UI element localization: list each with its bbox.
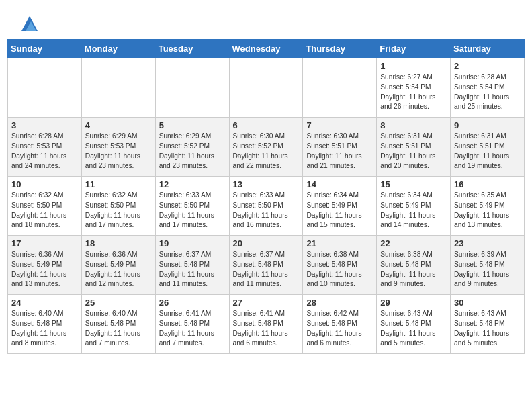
calendar-cell: 7Sunrise: 6:30 AMSunset: 5:51 PMDaylight… [303, 118, 377, 177]
day-info: Sunrise: 6:31 AMSunset: 5:51 PMDaylight:… [380, 132, 447, 171]
calendar-cell: 3Sunrise: 6:28 AMSunset: 5:53 PMDaylight… [8, 118, 82, 177]
day-number: 4 [85, 120, 152, 130]
header [0, 0, 532, 39]
day-info: Sunrise: 6:38 AMSunset: 5:48 PMDaylight:… [306, 250, 373, 289]
day-number: 26 [159, 298, 226, 308]
calendar-cell: 22Sunrise: 6:38 AMSunset: 5:48 PMDayligh… [377, 236, 451, 295]
day-number: 13 [233, 179, 300, 189]
day-info: Sunrise: 6:40 AMSunset: 5:48 PMDaylight:… [85, 309, 152, 349]
calendar-cell: 26Sunrise: 6:41 AMSunset: 5:48 PMDayligh… [155, 295, 229, 354]
day-number: 14 [306, 179, 373, 189]
calendar-cell: 8Sunrise: 6:31 AMSunset: 5:51 PMDaylight… [377, 118, 451, 177]
day-info: Sunrise: 6:38 AMSunset: 5:48 PMDaylight:… [380, 250, 447, 289]
calendar-cell [303, 58, 377, 118]
weekday-header-saturday: Saturday [451, 40, 525, 58]
day-number: 9 [454, 120, 521, 130]
day-info: Sunrise: 6:37 AMSunset: 5:48 PMDaylight:… [233, 250, 300, 289]
calendar-cell: 27Sunrise: 6:41 AMSunset: 5:48 PMDayligh… [229, 295, 303, 354]
weekday-header-monday: Monday [81, 40, 155, 58]
day-info: Sunrise: 6:32 AMSunset: 5:50 PMDaylight:… [11, 191, 78, 230]
day-info: Sunrise: 6:43 AMSunset: 5:48 PMDaylight:… [380, 309, 447, 349]
day-info: Sunrise: 6:33 AMSunset: 5:50 PMDaylight:… [159, 191, 226, 230]
calendar-cell: 14Sunrise: 6:34 AMSunset: 5:49 PMDayligh… [303, 177, 377, 236]
day-info: Sunrise: 6:39 AMSunset: 5:48 PMDaylight:… [454, 250, 521, 289]
day-info: Sunrise: 6:28 AMSunset: 5:54 PMDaylight:… [454, 73, 521, 112]
calendar-cell: 10Sunrise: 6:32 AMSunset: 5:50 PMDayligh… [8, 177, 82, 236]
calendar-cell: 30Sunrise: 6:43 AMSunset: 5:48 PMDayligh… [451, 295, 525, 354]
day-number: 29 [380, 298, 447, 308]
day-info: Sunrise: 6:40 AMSunset: 5:48 PMDaylight:… [11, 309, 78, 349]
day-number: 18 [85, 238, 152, 248]
day-number: 24 [11, 298, 78, 308]
day-info: Sunrise: 6:32 AMSunset: 5:50 PMDaylight:… [85, 191, 152, 230]
day-info: Sunrise: 6:30 AMSunset: 5:51 PMDaylight:… [306, 132, 373, 171]
day-number: 11 [85, 179, 152, 189]
day-number: 12 [159, 179, 226, 189]
week-row-2: 3Sunrise: 6:28 AMSunset: 5:53 PMDaylight… [8, 118, 525, 177]
day-info: Sunrise: 6:34 AMSunset: 5:49 PMDaylight:… [380, 191, 447, 230]
calendar-cell: 23Sunrise: 6:39 AMSunset: 5:48 PMDayligh… [451, 236, 525, 295]
calendar-cell [81, 58, 155, 118]
day-number: 1 [380, 61, 447, 71]
day-number: 28 [306, 298, 373, 308]
week-row-4: 17Sunrise: 6:36 AMSunset: 5:49 PMDayligh… [8, 236, 525, 295]
day-info: Sunrise: 6:28 AMSunset: 5:53 PMDaylight:… [11, 132, 78, 171]
day-info: Sunrise: 6:43 AMSunset: 5:48 PMDaylight:… [454, 309, 521, 349]
calendar-cell: 9Sunrise: 6:31 AMSunset: 5:51 PMDaylight… [451, 118, 525, 177]
weekday-header-tuesday: Tuesday [155, 40, 229, 58]
calendar-cell: 16Sunrise: 6:35 AMSunset: 5:49 PMDayligh… [451, 177, 525, 236]
calendar-cell: 24Sunrise: 6:40 AMSunset: 5:48 PMDayligh… [8, 295, 82, 354]
day-number: 30 [454, 298, 521, 308]
day-info: Sunrise: 6:29 AMSunset: 5:52 PMDaylight:… [159, 132, 226, 171]
day-info: Sunrise: 6:34 AMSunset: 5:49 PMDaylight:… [306, 191, 373, 230]
day-info: Sunrise: 6:41 AMSunset: 5:48 PMDaylight:… [159, 309, 226, 349]
logo-icon [19, 12, 40, 34]
day-info: Sunrise: 6:37 AMSunset: 5:48 PMDaylight:… [159, 250, 226, 289]
calendar-cell: 15Sunrise: 6:34 AMSunset: 5:49 PMDayligh… [377, 177, 451, 236]
calendar-cell [229, 58, 303, 118]
calendar-cell: 20Sunrise: 6:37 AMSunset: 5:48 PMDayligh… [229, 236, 303, 295]
calendar-cell: 13Sunrise: 6:33 AMSunset: 5:50 PMDayligh… [229, 177, 303, 236]
day-info: Sunrise: 6:42 AMSunset: 5:48 PMDaylight:… [306, 309, 373, 349]
calendar-cell: 28Sunrise: 6:42 AMSunset: 5:48 PMDayligh… [303, 295, 377, 354]
day-number: 27 [233, 298, 300, 308]
calendar-cell: 11Sunrise: 6:32 AMSunset: 5:50 PMDayligh… [81, 177, 155, 236]
day-number: 21 [306, 238, 373, 248]
weekday-header-friday: Friday [377, 40, 451, 58]
calendar-cell: 5Sunrise: 6:29 AMSunset: 5:52 PMDaylight… [155, 118, 229, 177]
days-header-row: SundayMondayTuesdayWednesdayThursdayFrid… [8, 40, 525, 58]
day-number: 25 [85, 298, 152, 308]
weekday-header-sunday: Sunday [8, 40, 82, 58]
day-info: Sunrise: 6:36 AMSunset: 5:49 PMDaylight:… [85, 250, 152, 289]
day-number: 6 [233, 120, 300, 130]
calendar-cell: 1Sunrise: 6:27 AMSunset: 5:54 PMDaylight… [377, 58, 451, 118]
calendar-cell: 29Sunrise: 6:43 AMSunset: 5:48 PMDayligh… [377, 295, 451, 354]
day-number: 7 [306, 120, 373, 130]
week-row-1: 1Sunrise: 6:27 AMSunset: 5:54 PMDaylight… [8, 58, 525, 118]
calendar-cell: 19Sunrise: 6:37 AMSunset: 5:48 PMDayligh… [155, 236, 229, 295]
calendar-cell: 17Sunrise: 6:36 AMSunset: 5:49 PMDayligh… [8, 236, 82, 295]
day-number: 22 [380, 238, 447, 248]
day-info: Sunrise: 6:41 AMSunset: 5:48 PMDaylight:… [233, 309, 300, 349]
day-info: Sunrise: 6:35 AMSunset: 5:49 PMDaylight:… [454, 191, 521, 230]
day-info: Sunrise: 6:27 AMSunset: 5:54 PMDaylight:… [380, 73, 447, 112]
day-info: Sunrise: 6:29 AMSunset: 5:53 PMDaylight:… [85, 132, 152, 171]
week-row-3: 10Sunrise: 6:32 AMSunset: 5:50 PMDayligh… [8, 177, 525, 236]
day-number: 23 [454, 238, 521, 248]
day-number: 5 [159, 120, 226, 130]
calendar-cell: 18Sunrise: 6:36 AMSunset: 5:49 PMDayligh… [81, 236, 155, 295]
day-number: 15 [380, 179, 447, 189]
calendar-cell: 21Sunrise: 6:38 AMSunset: 5:48 PMDayligh… [303, 236, 377, 295]
calendar-cell: 4Sunrise: 6:29 AMSunset: 5:53 PMDaylight… [81, 118, 155, 177]
day-info: Sunrise: 6:31 AMSunset: 5:51 PMDaylight:… [454, 132, 521, 171]
week-row-5: 24Sunrise: 6:40 AMSunset: 5:48 PMDayligh… [8, 295, 525, 354]
calendar-cell [155, 58, 229, 118]
weekday-header-thursday: Thursday [303, 40, 377, 58]
day-info: Sunrise: 6:33 AMSunset: 5:50 PMDaylight:… [233, 191, 300, 230]
day-number: 20 [233, 238, 300, 248]
day-info: Sunrise: 6:36 AMSunset: 5:49 PMDaylight:… [11, 250, 78, 289]
day-number: 3 [11, 120, 78, 130]
day-number: 10 [11, 179, 78, 189]
calendar-table: SundayMondayTuesdayWednesdayThursdayFrid… [7, 39, 525, 354]
calendar-cell: 2Sunrise: 6:28 AMSunset: 5:54 PMDaylight… [451, 58, 525, 118]
